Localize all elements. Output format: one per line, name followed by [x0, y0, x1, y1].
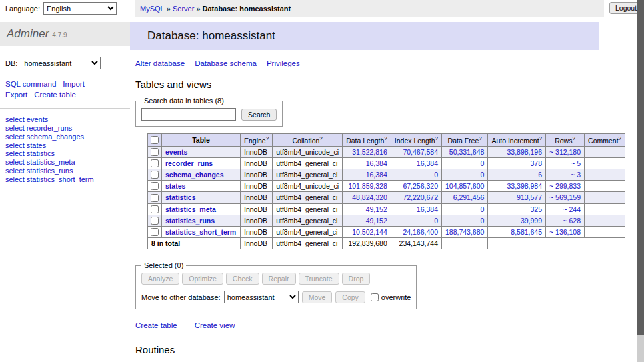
row-checkbox-statistics-meta[interactable] — [151, 205, 159, 213]
table-name-cell: statistics_short_term — [162, 227, 241, 238]
breadcrumb-separator: » — [165, 5, 173, 13]
auto-increment-cell: 6 — [488, 169, 546, 180]
move-button[interactable]: Move — [302, 291, 333, 303]
column-help-link[interactable]: ? — [619, 135, 621, 141]
sidebar-link-export[interactable]: Export — [5, 91, 27, 99]
auto-increment-cell: 33,898,196 — [488, 146, 546, 157]
sidebar-table-link-item: select statistics_runs — [5, 167, 130, 175]
table-name-cell: statistics_meta — [162, 203, 241, 215]
privileges-link[interactable]: Privileges — [267, 59, 300, 67]
row-checkbox-statistics[interactable] — [151, 194, 159, 202]
comment-cell — [585, 203, 625, 215]
routines-section-title: Routines — [135, 344, 599, 355]
column-help-link[interactable]: ? — [539, 135, 542, 141]
truncate-button[interactable]: Truncate — [299, 273, 339, 285]
create-links: Create tableCreate view — [135, 321, 599, 329]
column-help-link[interactable]: ? — [266, 135, 269, 141]
sidebar-link-select-statistics-runs[interactable]: select statistics_runs — [5, 167, 73, 175]
language-select[interactable]: English — [43, 2, 117, 15]
rows-cell: ~ 628 — [546, 215, 585, 226]
search-input[interactable] — [141, 108, 236, 121]
analyze-button[interactable]: Analyze — [141, 273, 179, 285]
data-length-cell: 16,384 — [343, 169, 391, 180]
data-free-cell: 0 — [441, 203, 487, 215]
rows-cell: ~ 5 — [546, 157, 585, 169]
table-link-statistics-runs[interactable]: statistics_runs — [165, 217, 215, 225]
search-button[interactable]: Search — [241, 109, 277, 121]
column-header-engine: Engine? — [241, 134, 273, 147]
row-checkbox-schema-changes[interactable] — [151, 171, 159, 179]
db-select[interactable]: homeassistant — [21, 57, 101, 69]
rows-cell: ~ 312,180 — [546, 146, 585, 157]
auto-increment-cell: 913,577 — [488, 192, 546, 203]
overwrite-checkbox[interactable] — [371, 293, 379, 301]
sidebar-link-sql-command[interactable]: SQL command — [5, 80, 56, 88]
column-help-link[interactable]: ? — [479, 135, 481, 141]
alter-database-link[interactable]: Alter database — [135, 59, 185, 67]
sidebar-link-select-statistics-short-term[interactable]: select statistics_short_term — [5, 175, 94, 183]
sidebar-link-import[interactable]: Import — [63, 80, 85, 88]
data-length-cell: 49,152 — [343, 215, 391, 226]
scrollbar-thumb[interactable] — [637, 0, 644, 335]
vertical-scrollbar[interactable] — [637, 0, 644, 362]
table-link-statistics-short-term[interactable]: statistics_short_term — [165, 228, 236, 236]
page-title: Database: homeassistant — [130, 22, 599, 50]
sidebar-link-select-states[interactable]: select states — [5, 141, 46, 149]
search-fieldset: Search data in tables (8) Search — [135, 97, 283, 127]
table-link-states[interactable]: states — [165, 182, 185, 190]
select-all-header-cell — [148, 134, 162, 147]
repair-button[interactable]: Repair — [262, 273, 296, 285]
search-legend: Search data in tables (8) — [141, 97, 227, 105]
table-link-schema-changes[interactable]: schema_changes — [165, 171, 224, 179]
row-checkbox-cell — [148, 203, 162, 215]
row-checkbox-statistics-runs[interactable] — [151, 217, 159, 225]
row-checkbox-recorder-runs[interactable] — [151, 159, 159, 167]
sidebar-link-select-events[interactable]: select events — [5, 115, 48, 123]
breadcrumb-item-server[interactable]: Server — [173, 5, 194, 13]
table-link-statistics[interactable]: statistics — [165, 193, 196, 201]
column-help-link[interactable]: ? — [435, 135, 438, 141]
sidebar-link-select-statistics[interactable]: select statistics — [5, 149, 55, 157]
table-name-cell: statistics — [162, 192, 241, 203]
row-checkbox-events[interactable] — [151, 148, 159, 156]
row-checkbox-cell — [148, 181, 162, 192]
table-name-cell: statistics_runs — [162, 215, 241, 226]
move-db-select[interactable]: homeassistant — [224, 291, 299, 303]
breadcrumb-item-mysql[interactable]: MySQL — [140, 5, 165, 13]
data-free-cell: 0 — [441, 169, 487, 180]
sidebar-table-link-item: select statistics — [5, 149, 130, 158]
table-row-events: eventsInnoDButf8mb4_unicode_ci31,522,816… — [148, 146, 625, 157]
column-help-link[interactable]: ? — [572, 135, 575, 141]
sidebar-table-links: select eventsselect recorder_runsselect … — [0, 115, 130, 183]
sidebar-link-select-statistics-meta[interactable]: select statistics_meta — [5, 158, 75, 166]
create-table-link[interactable]: Create table — [135, 321, 177, 329]
copy-button[interactable]: Copy — [335, 291, 365, 303]
row-checkbox-statistics-short-term[interactable] — [151, 228, 159, 236]
drop-button[interactable]: Drop — [342, 273, 371, 285]
main-content: Database: homeassistant Alter databaseDa… — [130, 17, 599, 362]
column-header-rows: Rows? — [546, 134, 585, 147]
select-all-checkbox[interactable] — [151, 136, 159, 144]
sidebar-table-link-item: select schema_changes — [5, 133, 130, 141]
optimize-button[interactable]: Optimize — [182, 273, 223, 285]
data-length-cell: 10,502,144 — [343, 227, 391, 238]
comment-cell — [585, 146, 625, 157]
index-length-cell: 70,467,584 — [391, 146, 441, 157]
table-row-states: statesInnoDButf8mb4_unicode_ci101,859,32… — [148, 181, 625, 192]
table-link-events[interactable]: events — [165, 148, 187, 156]
table-link-recorder-runs[interactable]: recorder_runs — [165, 159, 213, 167]
sidebar-link-select-recorder-runs[interactable]: select recorder_runs — [5, 124, 72, 132]
database-schema-link[interactable]: Database schema — [195, 59, 257, 67]
column-header-data-length: Data Length? — [343, 134, 391, 147]
sidebar-link-create-table[interactable]: Create table — [34, 91, 76, 99]
auto-increment-cell: 8,581,645 — [488, 227, 546, 238]
row-checkbox-states[interactable] — [151, 182, 159, 190]
create-view-link[interactable]: Create view — [195, 321, 235, 329]
check-button[interactable]: Check — [226, 273, 259, 285]
column-help-link[interactable]: ? — [319, 135, 322, 141]
column-header-comment: Comment? — [585, 134, 625, 147]
sidebar-link-select-schema-changes[interactable]: select schema_changes — [5, 133, 84, 141]
column-help-link[interactable]: ? — [384, 135, 387, 141]
collation-cell: utf8mb4_general_ci — [273, 203, 343, 215]
table-link-statistics-meta[interactable]: statistics_meta — [165, 205, 216, 213]
